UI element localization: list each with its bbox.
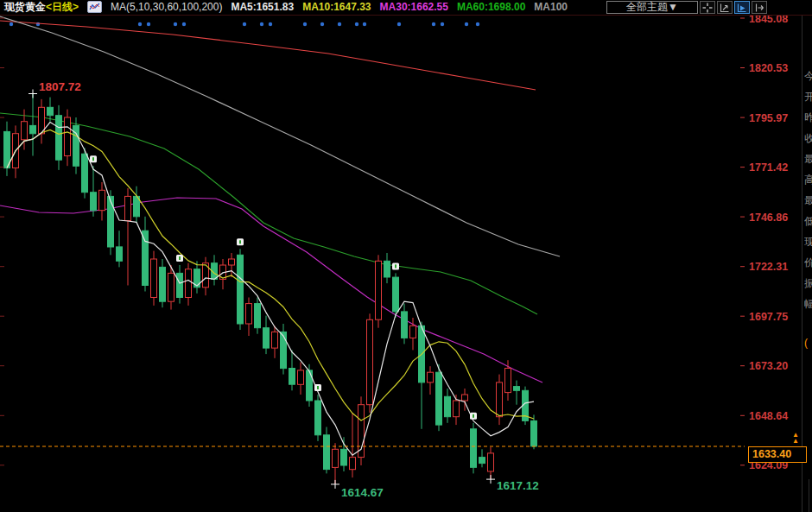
ma-line-ma100: [0, 16, 560, 256]
legend-ma5: MA5:1651.83: [231, 1, 294, 13]
auto-scroll-button[interactable]: [734, 1, 750, 14]
ma-group-label: MA(5,10,30,60,100,200): [111, 1, 222, 13]
svg-text:1648.64: 1648.64: [749, 410, 788, 422]
quote-panel-char: 开: [804, 90, 812, 104]
quote-panel-char: 最: [804, 193, 812, 208]
symbol-name[interactable]: 现货黄金: [4, 1, 46, 13]
svg-text:1795.97: 1795.97: [749, 112, 788, 124]
svg-text:1617.12: 1617.12: [497, 479, 539, 492]
quote-panel-char: 现: [804, 235, 812, 250]
last-price-badge: 1633.40: [748, 446, 807, 463]
legend-ma30: MA30:1662.55: [380, 1, 448, 13]
y-axis[interactable]: 1845.081820.531795.971771.421746.861722.…: [0, 13, 788, 472]
shift-right-icon: [754, 3, 764, 13]
quote-panel-char: 最: [804, 152, 812, 167]
svg-text:1697.75: 1697.75: [749, 311, 788, 323]
price-chart[interactable]: 1845.081820.531795.971771.421746.861722.…: [0, 0, 812, 512]
fit-axis-icon: [720, 3, 730, 13]
theme-dropdown[interactable]: 全部主题▼: [606, 1, 698, 14]
quote-panel-char: 幅: [804, 297, 812, 312]
quote-panel-char: 今: [804, 69, 812, 84]
fit-axis-button[interactable]: [717, 1, 733, 14]
quote-panel-bracket: (: [804, 337, 812, 349]
svg-text:1614.67: 1614.67: [341, 486, 384, 499]
trading-app-window: 1845.081820.531795.971771.421746.861722.…: [0, 0, 812, 512]
svg-text:1746.86: 1746.86: [749, 212, 788, 224]
panel-divider: [802, 15, 802, 512]
price-up-arrows: ▲▲: [790, 432, 801, 444]
shift-right-button[interactable]: [752, 1, 767, 14]
ma-line-ma30: [0, 198, 542, 382]
quote-panel-char: 收: [804, 131, 812, 146]
annotations-layer: 1807.721614.671617.12: [29, 80, 539, 499]
candles-layer: [4, 94, 537, 484]
legend-ma60: MA60:1698.00: [457, 1, 525, 13]
svg-text:1820.53: 1820.53: [749, 62, 788, 74]
chart-type-icon[interactable]: [87, 1, 102, 13]
svg-text:1807.72: 1807.72: [39, 80, 81, 93]
header-divider: [0, 15, 812, 16]
quote-panel-char: 低: [804, 214, 812, 229]
period-label[interactable]: <日线>: [46, 1, 79, 13]
quote-panel-char: 价: [804, 256, 812, 270]
quote-panel-clipped: 今开昨收最高最低现价振幅(: [804, 0, 812, 512]
move-crosshair-icon: [702, 3, 713, 13]
svg-text:1673.20: 1673.20: [749, 360, 788, 372]
quote-panel-char: 高: [804, 173, 812, 187]
svg-text:1771.42: 1771.42: [749, 161, 788, 174]
last-price-value: 1633.40: [752, 448, 791, 460]
move-crosshair-button[interactable]: [700, 1, 715, 14]
event-dots-layer: [10, 22, 479, 26]
quote-panel-char: 振: [804, 276, 812, 291]
legend-ma100: MA100: [534, 1, 568, 13]
quote-panel-char: 昨: [804, 111, 812, 125]
legend-ma10: MA10:1647.33: [302, 1, 371, 13]
svg-text:1722.31: 1722.31: [749, 261, 788, 273]
play-axis-icon: [737, 3, 747, 13]
